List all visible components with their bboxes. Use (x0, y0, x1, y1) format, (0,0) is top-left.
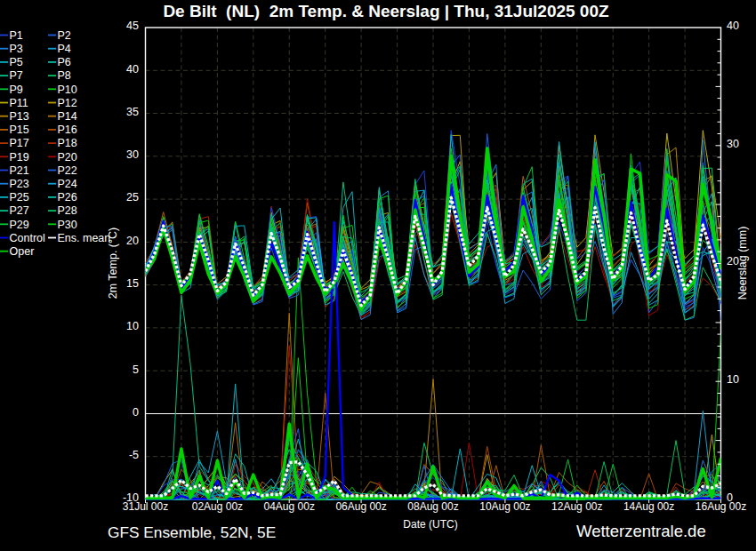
svg-text:P25: P25 (10, 191, 29, 204)
svg-text:08Aug 00z: 08Aug 00z (407, 500, 458, 513)
svg-text:P30: P30 (58, 219, 77, 231)
svg-text:5: 5 (133, 363, 139, 376)
svg-text:0: 0 (133, 406, 139, 419)
svg-text:P18: P18 (58, 137, 77, 149)
svg-text:P15: P15 (10, 124, 29, 136)
svg-text:P12: P12 (58, 97, 77, 109)
svg-text:P20: P20 (58, 151, 77, 164)
svg-text:35: 35 (126, 106, 139, 118)
svg-text:P27: P27 (10, 204, 29, 217)
svg-text:-5: -5 (129, 449, 139, 461)
svg-text:Oper: Oper (10, 245, 35, 258)
svg-text:20: 20 (126, 235, 139, 247)
svg-text:10: 10 (727, 373, 739, 386)
svg-text:14Aug 00z: 14Aug 00z (623, 500, 674, 513)
svg-text:P23: P23 (10, 178, 29, 190)
svg-text:30: 30 (126, 148, 139, 161)
svg-text:De Bilt (NL) 2m Temp. & Neer: De Bilt (NL) 2m Temp. & Neerslag | Thu, … (163, 2, 609, 20)
svg-text:GFS Ensemble, 52N, 5E: GFS Ensemble, 52N, 5E (108, 523, 276, 541)
svg-text:25: 25 (126, 191, 139, 204)
svg-text:P5: P5 (10, 56, 23, 68)
svg-text:Date (UTC): Date (UTC) (403, 518, 457, 531)
svg-text:P7: P7 (10, 69, 23, 82)
svg-text:04Aug 00z: 04Aug 00z (264, 500, 315, 513)
svg-text:Control: Control (10, 232, 45, 244)
svg-text:Wetterzentrale.de: Wetterzentrale.de (576, 522, 706, 540)
svg-text:P10: P10 (58, 84, 77, 96)
svg-text:P22: P22 (58, 164, 77, 177)
svg-text:P28: P28 (58, 204, 77, 217)
svg-text:P1: P1 (10, 29, 23, 42)
svg-text:P4: P4 (58, 43, 71, 55)
svg-text:P2: P2 (58, 29, 71, 42)
svg-text:P21: P21 (10, 164, 29, 177)
svg-text:P14: P14 (58, 110, 77, 123)
svg-text:10: 10 (126, 320, 139, 332)
svg-text:P3: P3 (10, 43, 23, 55)
svg-text:P13: P13 (10, 110, 29, 123)
svg-text:30: 30 (727, 138, 739, 150)
svg-text:31Jul 00z: 31Jul 00z (123, 500, 168, 513)
svg-text:P17: P17 (10, 137, 29, 149)
svg-text:15: 15 (126, 277, 139, 290)
svg-text:P11: P11 (10, 97, 28, 109)
svg-text:40: 40 (727, 20, 739, 32)
svg-text:16Aug 00z: 16Aug 00z (696, 500, 746, 513)
svg-text:P26: P26 (58, 191, 77, 204)
svg-text:06Aug 00z: 06Aug 00z (335, 500, 386, 513)
svg-text:P16: P16 (58, 124, 77, 136)
svg-text:P8: P8 (58, 69, 71, 82)
svg-text:Ens. mean: Ens. mean (58, 232, 111, 244)
svg-text:45: 45 (126, 20, 139, 32)
svg-text:P24: P24 (58, 178, 77, 190)
svg-text:02Aug 00z: 02Aug 00z (192, 500, 243, 513)
svg-text:10Aug 00z: 10Aug 00z (479, 500, 530, 513)
svg-text:12Aug 00z: 12Aug 00z (551, 500, 602, 513)
svg-text:P19: P19 (10, 151, 29, 164)
svg-text:P9: P9 (10, 84, 23, 96)
svg-text:Neerslag (mm): Neerslag (mm) (736, 227, 749, 300)
svg-text:P29: P29 (10, 219, 29, 231)
svg-text:P6: P6 (58, 56, 71, 68)
svg-text:40: 40 (126, 63, 139, 76)
